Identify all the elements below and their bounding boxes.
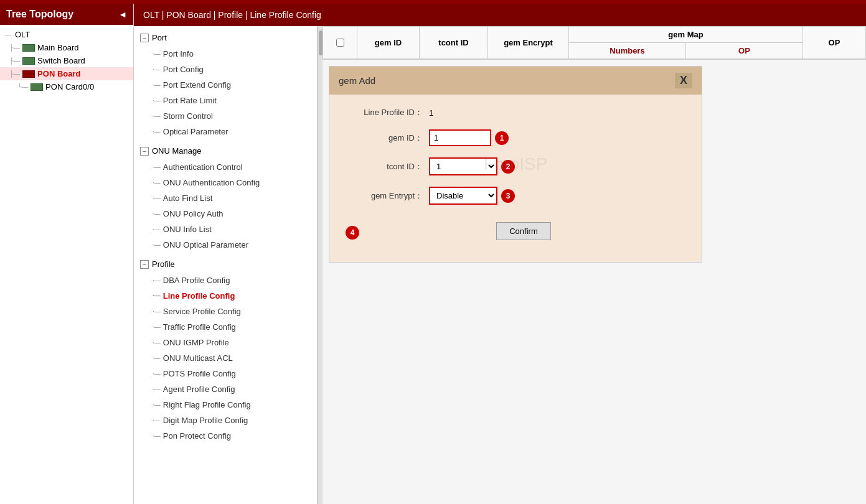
- nav-item-port-info[interactable]: ·— Port Info: [134, 46, 317, 62]
- line-profile-id-label: Line Profile ID：: [342, 107, 429, 118]
- main-panel: gem ID tcont ID gem Encrypt gem Map Numb…: [322, 26, 866, 504]
- dot-icon: ·—: [153, 292, 161, 299]
- step-1-badge: 1: [495, 131, 509, 145]
- nav-item-port-config[interactable]: ·— Port Config: [134, 62, 317, 77]
- dot-icon: ·—: [153, 324, 161, 330]
- nav-section-port: − Port ·— Port Info ·— Port Config ·— Po…: [134, 29, 317, 139]
- nav-item-onu-info-list[interactable]: ·— ONU Info List: [134, 222, 317, 237]
- breadcrumb: OLT | PON Board | Profile | Line Profile…: [134, 4, 866, 26]
- dot-icon: ·—: [153, 50, 161, 57]
- th-gem-map-numbers: Numbers: [569, 43, 686, 58]
- nav-section-profile: − Profile ·— DBA Profile Config ·— Line …: [134, 256, 317, 444]
- th-gem-map-op: OP: [686, 43, 802, 58]
- nav-item-onu-policy-auth[interactable]: ·— ONU Policy Auth: [134, 206, 317, 222]
- gem-encrypt-select[interactable]: Disable Enable: [429, 187, 497, 205]
- tree-item-pon-board[interactable]: ├— PON Board: [0, 67, 133, 80]
- table-header: gem ID tcont ID gem Encrypt gem Map Numb…: [323, 27, 865, 59]
- nav-item-optical-parameter[interactable]: ·— Optical Parameter: [134, 124, 317, 139]
- content-area: OLT | PON Board | Profile | Line Profile…: [134, 4, 866, 504]
- th-op: OP: [803, 27, 865, 58]
- dot-icon: ·—: [153, 432, 161, 439]
- main-board-label: Main Board: [37, 43, 78, 52]
- nav-panel: − Port ·— Port Info ·— Port Config ·— Po…: [134, 26, 318, 504]
- gem-add-close-button[interactable]: X: [675, 73, 692, 88]
- gem-encrypt-label: gem Entrypt：: [342, 190, 429, 202]
- th-gem-encrypt: gem Encrypt: [488, 27, 569, 58]
- line-profile-id-value: 1: [429, 108, 433, 118]
- th-checkbox: [323, 27, 357, 58]
- switch-board-icon: [22, 57, 35, 65]
- dot-icon: ·—: [153, 401, 161, 408]
- step-2-badge: 2: [501, 160, 515, 174]
- dot-icon: ·—: [153, 66, 161, 73]
- port-section-header[interactable]: − Port: [134, 29, 317, 46]
- gem-add-body: Line Profile ID： 1 gem ID： 1 tcont ID：: [329, 95, 702, 262]
- header-checkbox[interactable]: [336, 39, 344, 47]
- tree-item-olt[interactable]: — OLT: [0, 28, 133, 41]
- dot-icon: ·—: [153, 417, 161, 424]
- profile-section-title: Profile: [152, 259, 175, 269]
- nav-item-port-extend-config[interactable]: ·— Port Extend Config: [134, 77, 317, 93]
- dot-icon: ·—: [153, 195, 161, 202]
- nav-item-auto-find-list[interactable]: ·— Auto Find List: [134, 190, 317, 206]
- nav-item-traffic-profile-config[interactable]: ·— Traffic Profile Config: [134, 319, 317, 335]
- gem-add-title: gem Add: [339, 75, 375, 86]
- onu-manage-collapse-icon[interactable]: −: [140, 147, 149, 156]
- nav-item-dba-profile-config[interactable]: ·— DBA Profile Config: [134, 273, 317, 288]
- gem-id-label: gem ID：: [342, 133, 429, 144]
- tree-item-main-board[interactable]: ├— Main Board: [0, 41, 133, 54]
- nav-item-digit-map-profile-config[interactable]: ·— Digit Map Profile Config: [134, 413, 317, 428]
- tcont-id-select[interactable]: 1 2 3 4: [429, 157, 497, 175]
- switch-board-label: Switch Board: [37, 56, 85, 65]
- port-section-title: Port: [152, 33, 167, 42]
- th-gem-map-title: gem Map: [569, 27, 802, 43]
- nav-item-right-flag-profile-config[interactable]: ·— Right Flag Profile Config: [134, 397, 317, 413]
- dot-icon: ·—: [153, 164, 161, 170]
- form-row-tcont-id: tcont ID： 1 2 3 4 2: [342, 157, 683, 175]
- dot-icon: ·—: [153, 113, 161, 119]
- port-collapse-icon[interactable]: −: [140, 34, 149, 42]
- nav-item-onu-authentication-config[interactable]: ·— ONU Authentication Config: [134, 175, 317, 190]
- nav-scrollbar[interactable]: [318, 26, 322, 504]
- tcont-id-label: tcont ID：: [342, 161, 429, 172]
- dot-icon: ·—: [153, 339, 161, 346]
- nav-item-onu-multicast-acl[interactable]: ·— ONU Multicast ACL: [134, 350, 317, 366]
- nav-item-onu-optical-parameter[interactable]: ·— ONU Optical Parameter: [134, 237, 317, 253]
- step-3-badge: 3: [501, 189, 515, 203]
- th-gem-map-sub: Numbers OP: [569, 43, 802, 58]
- th-gem-map: gem Map Numbers OP: [569, 27, 803, 58]
- sidebar-title: Tree Topology: [6, 9, 73, 20]
- nav-item-onu-igmp-profile[interactable]: ·— ONU IGMP Profile: [134, 335, 317, 350]
- dot-icon: ·—: [153, 97, 161, 104]
- confirm-button[interactable]: Confirm: [496, 222, 551, 240]
- th-tcont-id: tcont ID: [420, 27, 488, 58]
- collapse-arrow-icon[interactable]: ◄: [118, 9, 127, 19]
- tree-item-pon-card[interactable]: └— PON Card0/0: [0, 80, 133, 93]
- dot-icon: ·—: [153, 128, 161, 135]
- form-row-gem-id: gem ID： 1: [342, 129, 683, 146]
- nav-item-storm-control[interactable]: ·— Storm Control: [134, 108, 317, 124]
- dot-icon: ·—: [153, 355, 161, 362]
- nav-item-pon-protect-config[interactable]: ·— Pon Protect Config: [134, 428, 317, 444]
- olt-label: OLT: [15, 30, 30, 39]
- dot-icon: ·—: [153, 241, 161, 248]
- main-layout: Tree Topology ◄ — OLT ├— Main Board ├— S…: [0, 4, 866, 504]
- nav-item-pots-profile-config[interactable]: ·— POTS Profile Config: [134, 366, 317, 381]
- confirm-row: 4 Confirm: [342, 216, 683, 250]
- nav-item-line-profile-config[interactable]: ·— Line Profile Config: [134, 288, 317, 304]
- profile-section-header[interactable]: − Profile: [134, 256, 317, 273]
- dot-icon: ·—: [153, 226, 161, 233]
- profile-collapse-icon[interactable]: −: [140, 260, 149, 269]
- nav-item-port-rate-limit[interactable]: ·— Port Rate Limit: [134, 93, 317, 108]
- dot-icon: ·—: [153, 277, 161, 284]
- dot-icon: ·—: [153, 179, 161, 186]
- nav-item-agent-profile-config[interactable]: ·— Agent Profile Config: [134, 381, 317, 397]
- onu-manage-section-header[interactable]: − ONU Manage: [134, 142, 317, 159]
- tree-item-switch-board[interactable]: ├— Switch Board: [0, 54, 133, 67]
- nav-item-authentication-control[interactable]: ·— Authentication Control: [134, 159, 317, 175]
- gem-id-input[interactable]: [429, 129, 491, 146]
- gem-add-header: gem Add X: [329, 67, 702, 95]
- gem-table: gem ID tcont ID gem Encrypt gem Map Numb…: [322, 26, 866, 60]
- sidebar-header: Tree Topology ◄: [0, 4, 133, 25]
- nav-item-service-profile-config[interactable]: ·— Service Profile Config: [134, 304, 317, 319]
